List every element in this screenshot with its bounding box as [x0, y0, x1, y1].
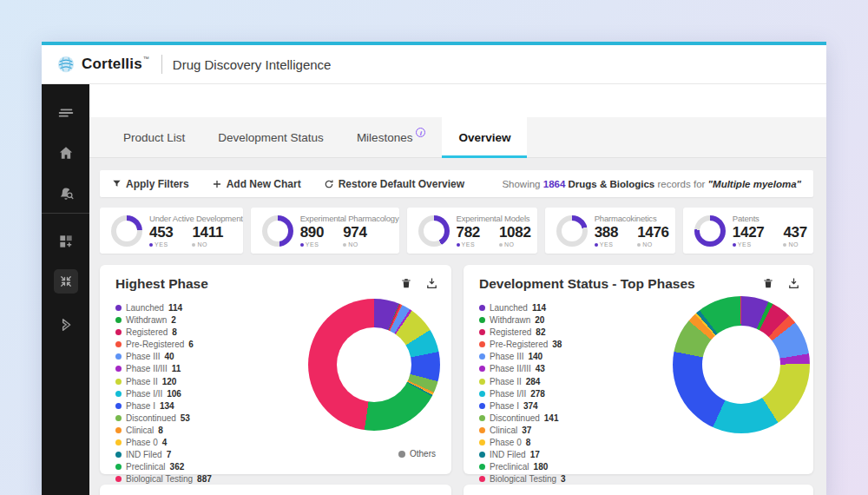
legend-item[interactable]: Phase II120 — [115, 377, 212, 386]
legend-label: Clinical — [126, 426, 154, 435]
info-icon[interactable]: i — [416, 128, 425, 137]
legend-item[interactable]: Pre-Registered6 — [115, 340, 212, 349]
add-new-chart-label: Add New Chart — [227, 178, 301, 190]
no-dot — [343, 243, 346, 247]
kpi-experimental-pharmacology[interactable]: Experimental Pharmacology 890YES 974NO — [251, 208, 399, 254]
donut-chart[interactable] — [673, 296, 810, 433]
kpi-label: Under Active Development — [149, 214, 243, 223]
legend-label: Preclinical — [126, 462, 166, 472]
legend-item[interactable]: Phase I374 — [479, 401, 566, 411]
legend-dot — [115, 415, 122, 421]
kpi-under-active-development[interactable]: Under Active Development 453YES 1411NO — [100, 208, 243, 254]
product-title: Drug Discovery Intelligence — [173, 57, 332, 72]
delete-chart-button[interactable] — [400, 276, 412, 290]
legend-label: Phase II/III — [126, 364, 168, 373]
kpi-label: Experimental Models — [457, 214, 531, 223]
kpi-yes-value: 890 — [300, 224, 324, 241]
others-legend[interactable]: Others — [398, 449, 436, 459]
legend-item[interactable]: Preclinical180 — [479, 462, 566, 472]
plus-icon — [212, 179, 222, 189]
legend-dot — [115, 353, 122, 360]
legend-dot — [115, 305, 122, 311]
legend-item[interactable]: Withdrawn20 — [479, 315, 566, 325]
others-label: Others — [410, 449, 436, 459]
legend-item[interactable]: Clinical8 — [115, 426, 212, 435]
kpi-experimental-models[interactable]: Experimental Models 782YES 1082NO — [407, 208, 537, 254]
legend-item[interactable]: Registered82 — [479, 327, 566, 337]
legend-label: Registered — [126, 327, 168, 337]
download-icon — [787, 276, 800, 290]
yes-dot — [300, 243, 304, 247]
legend-item[interactable]: Launched114 — [115, 303, 212, 313]
legend-item[interactable]: Launched114 — [479, 303, 566, 313]
legend-label: Phase II/III — [490, 364, 531, 373]
restore-default-overview-button[interactable]: Restore Default Overview — [324, 178, 464, 190]
download-chart-button[interactable] — [787, 276, 800, 290]
legend-count: 8 — [158, 426, 163, 435]
legend-count: 8 — [172, 327, 177, 337]
legend-item[interactable]: Phase I134 — [115, 401, 212, 411]
legend-dot — [115, 329, 122, 335]
legend-item[interactable]: IND Filed17 — [479, 450, 566, 459]
record-count: 1864 — [543, 179, 566, 189]
dashboard-add-icon[interactable] — [42, 228, 89, 254]
legend-item[interactable]: Phase III140 — [479, 352, 566, 361]
legend-item[interactable]: Phase III40 — [115, 352, 212, 361]
legend-count: 374 — [523, 401, 538, 411]
legend-item[interactable]: Biological Testing887 — [115, 474, 212, 484]
legend-item[interactable]: Discontinued53 — [115, 413, 212, 423]
legend-count: 4 — [162, 438, 168, 447]
kpi-patents[interactable]: Patents 1427YES 437NO — [683, 208, 813, 254]
legend-dot — [479, 439, 485, 446]
legend-item[interactable]: Pre-Registered38 — [479, 340, 566, 349]
legend-count: 180 — [534, 462, 549, 472]
donut-chart[interactable] — [308, 299, 440, 431]
legend-label: Withdrawn — [490, 315, 530, 325]
collapse-icon[interactable] — [42, 268, 89, 294]
clarivate-logo-icon[interactable] — [42, 312, 89, 338]
tab-overview[interactable]: Overview — [442, 117, 527, 157]
kpi-label: Pharmacokinetics — [595, 214, 669, 223]
tab-milestones[interactable]: Milestonesi — [340, 117, 443, 157]
legend-dot — [115, 341, 122, 347]
legend-item[interactable]: Phase 04 — [115, 438, 212, 447]
legend-item[interactable]: Phase I/II278 — [479, 389, 566, 399]
tab-product-list[interactable]: Product List — [107, 117, 201, 157]
legend-item[interactable]: Phase 08 — [479, 438, 566, 447]
download-chart-button[interactable] — [425, 276, 438, 290]
legend-item[interactable]: Preclinical362 — [115, 462, 212, 472]
kpi-yes-value: 782 — [457, 224, 480, 241]
kpi-gauge — [262, 215, 293, 247]
home-icon[interactable] — [42, 140, 89, 166]
kpi-pharmacokinetics[interactable]: Pharmacokinetics 388YES 1476NO — [545, 208, 675, 254]
legend-item[interactable]: Biological Testing3 — [479, 474, 566, 484]
legend-label: IND Filed — [126, 450, 162, 459]
legend-dot — [115, 439, 122, 446]
legend-item[interactable]: Phase II/III11 — [115, 364, 212, 373]
legend-item[interactable]: Registered8 — [115, 327, 212, 337]
legend-item[interactable]: Discontinued141 — [479, 413, 566, 423]
legend-item[interactable]: IND Filed7 — [115, 450, 212, 459]
legend-item[interactable]: Phase II284 — [479, 377, 566, 386]
legend-item[interactable]: Phase I/II106 — [115, 389, 212, 399]
delete-chart-button[interactable] — [762, 276, 774, 290]
alert-search-icon[interactable] — [42, 182, 89, 208]
legend-count: 134 — [160, 401, 174, 411]
legend-item[interactable]: Withdrawn2 — [115, 315, 212, 325]
legend-item[interactable]: Clinical37 — [479, 426, 566, 435]
apply-filters-button[interactable]: Apply Filters — [112, 178, 189, 190]
tab-development-status[interactable]: Development Status — [201, 117, 340, 157]
add-new-chart-button[interactable]: Add New Chart — [212, 178, 301, 190]
cortellis-logo-icon — [56, 55, 76, 74]
legend-dot — [115, 464, 122, 470]
sidebar — [42, 84, 89, 495]
no-dot — [783, 243, 786, 247]
main-content: Product List Development Status Mileston… — [89, 84, 826, 495]
legend-count: 2 — [171, 315, 176, 325]
legend-item[interactable]: Phase II/III43 — [479, 364, 566, 373]
legend-dot — [115, 452, 122, 458]
legend-dot — [479, 379, 485, 385]
trash-icon — [762, 276, 774, 290]
menu-icon[interactable] — [42, 100, 89, 126]
legend-dot — [479, 366, 485, 372]
